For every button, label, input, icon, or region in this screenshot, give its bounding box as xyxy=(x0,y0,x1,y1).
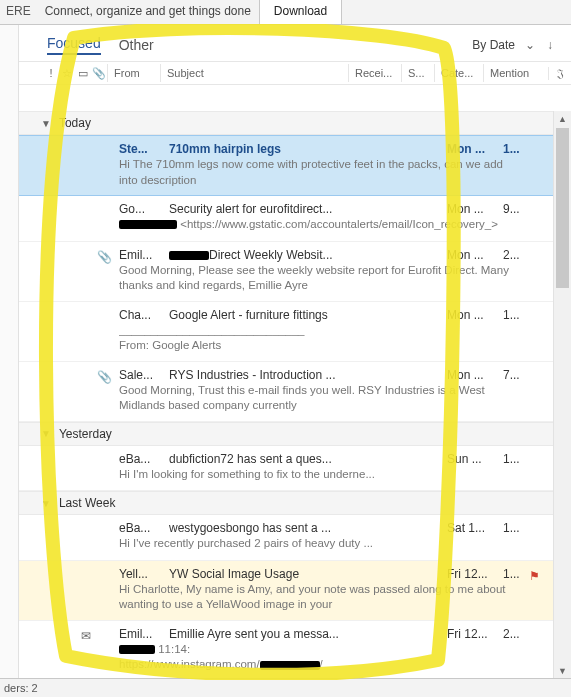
message-subject: YW Social Image Usage xyxy=(169,567,441,581)
envelope-icon: ✉ xyxy=(77,629,95,643)
message-date: Mon ... xyxy=(447,202,503,216)
column-subject[interactable]: Subject xyxy=(160,64,348,82)
status-bar: ders: 2 xyxy=(0,678,571,697)
message-subject: Security alert for eurofitdirect... xyxy=(169,202,441,216)
attachment-icon: 📎 xyxy=(95,370,113,384)
app-label: ERE xyxy=(0,0,37,24)
column-from[interactable]: From xyxy=(107,64,160,82)
column-size[interactable]: S... xyxy=(401,64,434,82)
message-preview: Good Morning, Trust this e-mail finds yo… xyxy=(119,383,523,413)
message-from: Emil... xyxy=(119,248,163,262)
message-size: 7... xyxy=(503,368,523,382)
scroll-thumb[interactable] xyxy=(556,128,569,288)
column-categories[interactable]: Cate... xyxy=(434,64,483,82)
group-label: Last Week xyxy=(59,496,115,510)
group-label: Today xyxy=(59,116,91,130)
message-size: 9... xyxy=(503,202,523,216)
message-from: eBa... xyxy=(119,521,163,535)
message-date: Fri 12... xyxy=(447,627,503,641)
message-size: 1... xyxy=(503,308,523,322)
message-date: Sat 1... xyxy=(447,521,503,535)
inbox-tabs: Focused Other By Date ⌄ ↓ xyxy=(19,25,571,61)
message-date: Sun ... xyxy=(447,452,503,466)
message-subject: RYS Industries - Introduction ... xyxy=(169,368,441,382)
group-label: Yesterday xyxy=(59,427,112,441)
bell-icon[interactable]: ☆ xyxy=(59,67,75,80)
message-size: 1... xyxy=(503,521,523,535)
message-from: eBa... xyxy=(119,452,163,466)
tab-focused[interactable]: Focused xyxy=(47,35,101,55)
message-preview: Hi I've recently purchased 2 pairs of he… xyxy=(119,536,523,552)
message-row[interactable]: 📎 Sale... RYS Industries - Introduction … xyxy=(19,362,553,422)
message-size: 1... xyxy=(503,452,523,466)
message-from: Ste... xyxy=(119,142,163,156)
message-row[interactable]: eBa... westygoesbongo has sent a ... Sat… xyxy=(19,515,553,561)
sort-by-date[interactable]: By Date xyxy=(472,38,515,52)
message-from: Sale... xyxy=(119,368,163,382)
message-row[interactable]: Go... Security alert for eurofitdirect..… xyxy=(19,196,553,242)
message-row[interactable]: Yell... YW Social Image Usage Fri 12... … xyxy=(19,561,553,621)
message-date: Mon ... xyxy=(447,142,503,156)
chevron-down-icon: ▼ xyxy=(41,118,51,129)
message-size: 1... xyxy=(503,142,523,156)
left-gutter xyxy=(0,25,19,697)
chevron-down-icon: ▼ xyxy=(41,428,51,439)
chevron-down-icon: ▼ xyxy=(41,498,51,509)
message-subject: westygoesbongo has sent a ... xyxy=(169,521,441,535)
message-size: 2... xyxy=(503,248,523,262)
attachment-icon[interactable]: 📎 xyxy=(91,67,107,80)
ribbon-bar: ERE Connect, organize and get things don… xyxy=(0,0,571,25)
flag-icon[interactable]: ⚑ xyxy=(523,567,545,612)
message-preview: Good Morning, Please see the weekly webs… xyxy=(119,263,523,293)
message-date: Mon ... xyxy=(447,368,503,382)
message-subject: Direct Weekly Websit... xyxy=(169,248,441,262)
message-from: Emil... xyxy=(119,627,163,641)
message-from: Cha... xyxy=(119,308,163,322)
tab-other[interactable]: Other xyxy=(119,37,154,53)
download-button[interactable]: Download xyxy=(259,0,342,24)
message-date: Mon ... xyxy=(447,248,503,262)
message-row[interactable]: Ste... 710mm hairpin legs Mon ... 1... H… xyxy=(19,135,553,196)
message-size: 1... xyxy=(503,567,523,581)
chevron-down-icon[interactable]: ⌄ xyxy=(525,38,535,52)
message-subject: Emillie Ayre sent you a messa... xyxy=(169,627,441,641)
message-size: 2... xyxy=(503,627,523,641)
scroll-up-icon[interactable]: ▲ xyxy=(554,111,571,128)
scroll-track[interactable] xyxy=(554,128,571,663)
filter-icon[interactable]: 𝔍 xyxy=(548,67,571,80)
message-row[interactable]: Cha... Google Alert - furniture fittings… xyxy=(19,302,553,362)
message-row[interactable]: 📎 Emil... Direct Weekly Websit... Mon ..… xyxy=(19,242,553,302)
message-preview: 11:14: https://www.instagram.com// xyxy=(119,642,523,672)
column-headers: ! ☆ ▭ 📎 From Subject Recei... S... Cate.… xyxy=(19,61,571,85)
group-today[interactable]: ▼ Today xyxy=(19,111,553,135)
message-row[interactable]: ✉ Emil... Emillie Ayre sent you a messa.… xyxy=(19,621,553,681)
message-date: Fri 12... xyxy=(447,567,503,581)
tagline-text: Connect, organize and get things done xyxy=(37,0,259,24)
message-subject: 710mm hairpin legs xyxy=(169,142,441,156)
message-list: ▼ Today Ste... 710mm hairpin legs Mon ..… xyxy=(19,111,553,697)
message-preview: Hi Charlotte, My name is Amy, and your n… xyxy=(119,582,523,612)
group-lastweek[interactable]: ▼ Last Week xyxy=(19,491,553,515)
vertical-scrollbar[interactable]: ▲ ▼ xyxy=(553,111,571,680)
folder-count: ders: 2 xyxy=(4,682,38,694)
message-preview: Hi I'm looking for something to fix to t… xyxy=(119,467,523,483)
attachment-icon: 📎 xyxy=(95,250,113,264)
message-preview: <https://www.gstatic.com/accountalerts/e… xyxy=(119,217,523,233)
group-yesterday[interactable]: ▼ Yesterday xyxy=(19,422,553,446)
message-from: Go... xyxy=(119,202,163,216)
message-date: Mon ... xyxy=(447,308,503,322)
icon-header[interactable]: ▭ xyxy=(75,67,91,80)
importance-icon[interactable]: ! xyxy=(43,67,59,79)
message-from: Yell... xyxy=(119,567,163,581)
column-mention[interactable]: Mention xyxy=(483,64,548,82)
column-received[interactable]: Recei... xyxy=(348,64,401,82)
sort-arrow-icon[interactable]: ↓ xyxy=(547,38,553,52)
message-preview: Hi The 710mm legs now come with protecti… xyxy=(119,157,523,187)
message-subject: Google Alert - furniture fittings xyxy=(169,308,441,322)
message-row[interactable]: eBa... dubfiction72 has sent a ques... S… xyxy=(19,446,553,492)
message-preview: _____________________________From: Googl… xyxy=(119,323,523,353)
message-subject: dubfiction72 has sent a ques... xyxy=(169,452,441,466)
